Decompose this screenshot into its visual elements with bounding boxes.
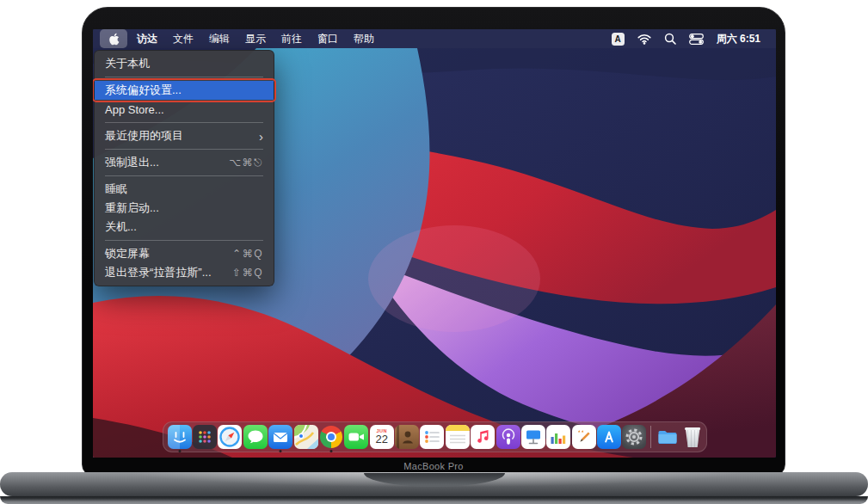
menu-bar: 访达 文件 编辑 显示 前往 窗口 帮助 A bbox=[93, 29, 776, 48]
apple-menu-button[interactable] bbox=[100, 29, 127, 48]
device-label: MacBook Pro bbox=[83, 461, 785, 471]
dock-messages-icon[interactable] bbox=[243, 425, 268, 449]
macbook-base-edge bbox=[0, 496, 868, 504]
dock-app-store-icon[interactable] bbox=[597, 425, 621, 449]
dock-keynote-icon[interactable] bbox=[521, 425, 545, 449]
control-center-icon[interactable] bbox=[689, 34, 704, 45]
dock-finder-icon[interactable] bbox=[168, 425, 192, 449]
menu-item-about-this-mac[interactable]: 关于本机 bbox=[95, 54, 274, 73]
dock-maps-icon[interactable] bbox=[294, 425, 318, 449]
menu-item-force-quit[interactable]: 强制退出... ⌥⌘⎋ bbox=[95, 153, 274, 172]
dock-downloads-folder-icon[interactable] bbox=[656, 425, 680, 449]
desktop: 访达 文件 编辑 显示 前往 窗口 帮助 A bbox=[93, 29, 776, 458]
spotlight-search-icon[interactable] bbox=[664, 33, 676, 45]
dock-podcasts-icon[interactable] bbox=[496, 425, 520, 449]
menubar-item-window[interactable]: 窗口 bbox=[310, 29, 346, 48]
menubar-item-finder[interactable]: 访达 bbox=[129, 29, 165, 48]
menubar-status-area: A bbox=[612, 32, 771, 46]
dock-launchpad-icon[interactable] bbox=[193, 425, 217, 449]
dock-facetime-icon[interactable] bbox=[344, 425, 368, 449]
calendar-day: 22 bbox=[375, 433, 387, 446]
menu-separator bbox=[105, 240, 263, 241]
menubar-item-file[interactable]: 文件 bbox=[165, 29, 201, 48]
menu-item-recent-items[interactable]: 最近使用的项目 › bbox=[95, 126, 274, 145]
menu-item-app-store[interactable]: App Store... bbox=[95, 100, 274, 119]
dock-system-preferences-icon[interactable] bbox=[622, 425, 646, 449]
dock-mail-icon[interactable] bbox=[268, 425, 292, 449]
menubar-item-edit[interactable]: 编辑 bbox=[201, 29, 237, 48]
dock: JUN 22 bbox=[163, 421, 707, 452]
dock-chrome-icon[interactable] bbox=[319, 425, 343, 449]
input-source-icon[interactable]: A bbox=[612, 33, 625, 46]
dock-numbers-icon[interactable] bbox=[546, 425, 570, 449]
menu-item-shut-down[interactable]: 关机... bbox=[95, 218, 274, 237]
menu-separator bbox=[105, 77, 263, 77]
dock-calendar-icon[interactable]: JUN 22 bbox=[370, 425, 394, 449]
menu-separator bbox=[105, 175, 263, 176]
menu-separator bbox=[105, 149, 263, 150]
menu-item-sleep[interactable]: 睡眠 bbox=[95, 180, 274, 199]
dock-contacts-icon[interactable] bbox=[395, 425, 419, 449]
shortcut-label: ⌥⌘⎋ bbox=[229, 157, 263, 169]
dock-separator bbox=[650, 426, 651, 448]
screenshot: 访达 文件 编辑 显示 前往 窗口 帮助 A bbox=[0, 0, 868, 504]
shortcut-label: ⌃⌘Q bbox=[232, 248, 263, 260]
menu-separator bbox=[105, 122, 263, 123]
menubar-item-go[interactable]: 前往 bbox=[274, 29, 310, 48]
submenu-chevron-icon: › bbox=[259, 130, 263, 143]
dock-reminders-icon[interactable] bbox=[420, 425, 444, 449]
dock-pages-icon[interactable] bbox=[572, 425, 596, 449]
dock-trash-icon[interactable] bbox=[680, 425, 705, 449]
menu-item-lock-screen[interactable]: 锁定屏幕 ⌃⌘Q bbox=[95, 244, 274, 263]
menubar-item-view[interactable]: 显示 bbox=[237, 29, 274, 48]
menubar-item-help[interactable]: 帮助 bbox=[346, 29, 382, 48]
dock-notes-icon[interactable] bbox=[446, 425, 470, 449]
dock-safari-icon[interactable] bbox=[218, 425, 242, 449]
apple-menu: 关于本机 系统偏好设置... App Store... 最近使用的项目 › 强制… bbox=[94, 50, 274, 286]
macbook-frame: 访达 文件 编辑 显示 前往 窗口 帮助 A bbox=[82, 7, 785, 476]
apple-logo-icon bbox=[108, 33, 120, 46]
wifi-icon[interactable] bbox=[637, 34, 651, 45]
dock-music-icon[interactable] bbox=[471, 425, 495, 449]
menu-item-restart[interactable]: 重新启动... bbox=[95, 199, 274, 218]
menubar-clock[interactable]: 周六 6:51 bbox=[717, 32, 760, 46]
menu-item-system-preferences[interactable]: 系统偏好设置... bbox=[95, 81, 274, 100]
menu-item-log-out[interactable]: 退出登录“拉普拉斯”... ⇧⌘Q bbox=[95, 263, 274, 282]
shortcut-label: ⇧⌘Q bbox=[232, 267, 263, 279]
